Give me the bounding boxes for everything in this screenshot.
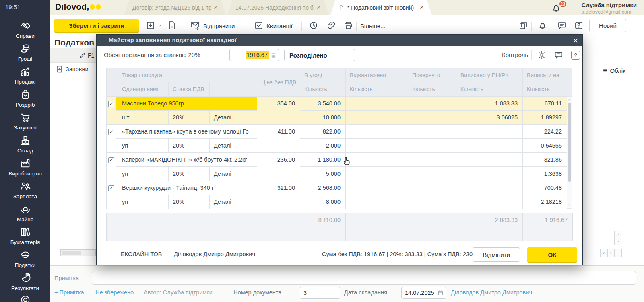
tab-2[interactable]: 14.07.2025 Надходження по ба × (227, 0, 329, 15)
tab-1[interactable]: Договір: Угода №Д125 від 1 тра × (124, 0, 226, 15)
agreement-sum-cell[interactable]: 1 180.00 (300, 153, 346, 167)
sidebar-item-shopping-cart[interactable]: Закупівлі (0, 112, 50, 131)
fill-button[interactable]: Заповни (56, 65, 89, 73)
agreement-sum-cell[interactable]: 822.00 (300, 125, 346, 139)
agreement-sum-cell[interactable]: 2 568.00 (300, 181, 346, 195)
help-icon[interactable]: ? (571, 51, 580, 60)
invoiced-qty-cell[interactable] (456, 139, 523, 153)
sidebar-item-coins[interactable]: Гроші (0, 43, 50, 62)
checkbox-checked-icon[interactable]: ✓ (108, 129, 114, 135)
price-cell[interactable]: 354.00 (257, 97, 300, 125)
tab-close-icon[interactable]: × (317, 4, 321, 12)
agreement-qty-cell[interactable]: 2.000 (300, 139, 346, 153)
doc-number-input[interactable] (300, 287, 340, 299)
product-name-cell[interactable]: Маслини Торедо 950гр (116, 97, 257, 111)
page-next-button[interactable]: › (607, 249, 615, 257)
invoiced-sum-cell[interactable]: 1 083.33 (456, 97, 523, 111)
returned-qty-cell[interactable] (408, 167, 456, 181)
chevron-down-icon[interactable] (568, 203, 572, 207)
agreement-sum-cell[interactable]: 3 540.00 (300, 97, 346, 111)
returned-sum-cell[interactable] (408, 125, 456, 139)
calculator-icon[interactable] (270, 52, 277, 58)
sidebar-item-house-hands[interactable]: Майно (0, 203, 50, 222)
comment-icon[interactable] (554, 51, 563, 60)
sidebar-item-pallet[interactable]: Склад (0, 135, 50, 154)
returned-sum-cell[interactable] (408, 153, 456, 167)
row-checkbox-cell[interactable]: ✓ (107, 97, 116, 125)
oblik-panel-toggle[interactable]: ≡ Облік (603, 66, 625, 75)
tab-3[interactable]: * Податковий звіт (новий) × (330, 0, 432, 15)
row-checkbox-cell[interactable]: ✓ (107, 153, 116, 181)
invoiced-qty-cell[interactable] (456, 195, 523, 209)
note-input[interactable] (92, 271, 636, 285)
checkbox-checked-icon[interactable]: ✓ (108, 101, 114, 107)
question-icon[interactable] (574, 21, 584, 30)
invoiced-qty-cell[interactable]: 3.06025 (456, 111, 523, 125)
chevron-down-icon[interactable] (157, 23, 162, 28)
control-button[interactable]: Контроль (502, 51, 528, 58)
send-button[interactable]: Відправити (203, 23, 235, 29)
price-cell[interactable]: 321.00 (257, 181, 300, 209)
to-invoice-qty-cell[interactable]: 1.89297 (523, 111, 567, 125)
details-link[interactable]: Деталі (210, 167, 257, 181)
person-link[interactable]: Діловодов Дмитро Дмитрович (451, 289, 532, 296)
add-note-link[interactable]: + Примітка (54, 289, 84, 296)
to-invoice-qty-cell[interactable]: 0.54555 (523, 139, 567, 153)
invoiced-sum-cell[interactable] (456, 153, 523, 167)
distributed-button[interactable]: Розподілено (284, 49, 355, 61)
product-name-cell[interactable]: «Тархана пікантна» крупа в овечому молоц… (116, 125, 257, 139)
tab-close-icon[interactable]: × (214, 4, 218, 12)
details-link[interactable]: Деталі (210, 139, 257, 153)
invoiced-sum-cell[interactable] (456, 125, 523, 139)
more-button[interactable]: Більше... (360, 23, 386, 29)
ok-button[interactable]: ОК (527, 247, 577, 262)
unit-cell[interactable]: уп (116, 195, 169, 209)
to-invoice-qty-cell[interactable]: 1.3638 (523, 167, 567, 181)
scrollbar-thumb[interactable] (62, 251, 81, 255)
returned-qty-cell[interactable] (408, 139, 456, 153)
sidebar-item-pie-chart[interactable]: Результати (0, 272, 50, 291)
price-cell[interactable]: 411.00 (257, 125, 300, 153)
agreement-qty-cell[interactable]: 10.000 (300, 111, 346, 125)
to-invoice-sum-cell[interactable]: 224.22 (523, 125, 567, 139)
invoiced-sum-cell[interactable] (456, 181, 523, 195)
checkbox-checked-icon[interactable]: ✓ (108, 157, 114, 163)
returned-sum-cell[interactable] (408, 97, 456, 111)
unit-cell[interactable]: уп (116, 167, 169, 181)
check-square-icon[interactable] (254, 21, 264, 30)
row-checkbox-cell[interactable]: ✓ (107, 181, 116, 209)
sidebar-item-people[interactable]: Зарплата (0, 181, 50, 199)
scroll-down-button[interactable] (614, 238, 621, 245)
sidebar-item-factory[interactable]: Виробництво (0, 158, 50, 177)
sidebar-item-sales-chart[interactable]: Продажі (0, 66, 50, 85)
shipped-sum-cell[interactable] (346, 181, 408, 195)
returned-qty-cell[interactable] (408, 195, 456, 209)
sidebar-item-more[interactable] (0, 295, 50, 302)
to-invoice-sum-cell[interactable]: 321.86 (523, 153, 567, 167)
receipts-button[interactable]: Квитанції (266, 23, 293, 29)
unit-cell[interactable]: шт (116, 111, 169, 125)
product-name-cell[interactable]: Вершки кукурудзи - Таіланд, 340 г (116, 181, 257, 195)
doc-star-icon[interactable] (167, 21, 177, 30)
sidebar-item-officer-cap[interactable]: Податки (0, 249, 50, 268)
agreement-qty-cell[interactable]: 8.000 (300, 195, 346, 209)
chevron-up-icon[interactable] (568, 98, 572, 101)
unit-cell[interactable]: уп (116, 139, 169, 153)
sidebar-item-books[interactable]: Бухгалтерія (0, 226, 50, 245)
tab-close-icon[interactable]: × (420, 4, 424, 12)
to-invoice-sum-cell[interactable]: 670.11 (523, 97, 567, 111)
to-invoice-sum-cell[interactable]: 700.48 (523, 181, 567, 195)
shipped-qty-cell[interactable] (346, 167, 408, 181)
details-link[interactable]: Деталі (210, 111, 257, 125)
modal-close-icon[interactable]: × (570, 35, 581, 46)
shipped-sum-cell[interactable] (346, 153, 408, 167)
paperclip-icon[interactable] (327, 21, 336, 30)
row-checkbox-cell[interactable]: ✓ (107, 125, 116, 153)
comment-icon[interactable] (557, 21, 567, 30)
new-button[interactable]: Новий (589, 19, 626, 32)
vat-rate-cell[interactable]: 20% (169, 167, 210, 181)
printer-icon[interactable] (343, 21, 353, 30)
invoiced-qty-cell[interactable] (456, 167, 523, 181)
cancel-button[interactable]: Відмінити (473, 247, 520, 262)
save-close-button[interactable]: Зберегти і закрити (54, 19, 139, 32)
